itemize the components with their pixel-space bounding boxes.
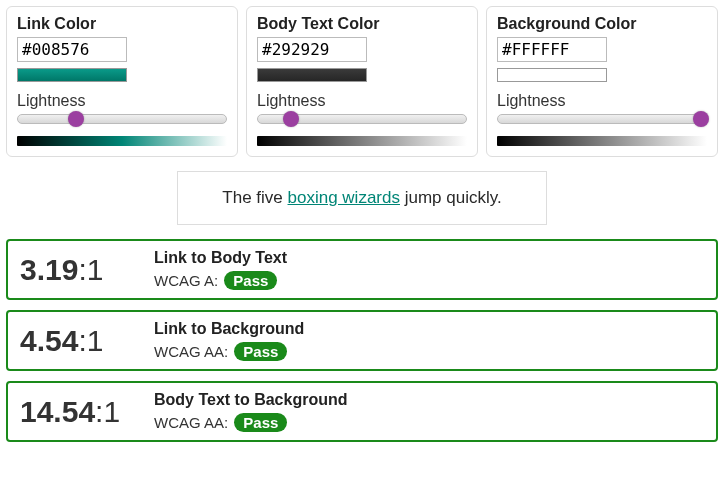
pass-badge: Pass bbox=[234, 413, 287, 432]
lightness-label: Lightness bbox=[257, 92, 467, 110]
sample-text-before: The five bbox=[222, 188, 287, 207]
result-level: WCAG A: Pass bbox=[154, 271, 287, 290]
link-lightness-slider[interactable] bbox=[17, 114, 227, 128]
background-color-swatch bbox=[497, 68, 607, 82]
result-title: Link to Background bbox=[154, 320, 304, 338]
body-text-lightness-gradient bbox=[257, 136, 467, 146]
body-text-color-panel: Body Text Color Lightness bbox=[246, 6, 478, 157]
slider-track bbox=[17, 114, 227, 124]
pass-badge: Pass bbox=[234, 342, 287, 361]
result-title: Body Text to Background bbox=[154, 391, 348, 409]
sample-text-after: jump quickly. bbox=[400, 188, 502, 207]
background-lightness-gradient bbox=[497, 136, 707, 146]
sample-row: The five boxing wizards jump quickly. bbox=[6, 171, 718, 225]
result-level: WCAG AA: Pass bbox=[154, 342, 304, 361]
slider-thumb[interactable] bbox=[283, 111, 299, 127]
result-link-body: 3.19:1 Link to Body Text WCAG A: Pass bbox=[6, 239, 718, 300]
result-title: Link to Body Text bbox=[154, 249, 287, 267]
body-text-lightness-slider[interactable] bbox=[257, 114, 467, 128]
lightness-label: Lightness bbox=[497, 92, 707, 110]
body-text-color-swatch bbox=[257, 68, 367, 82]
result-body-bg: 14.54:1 Body Text to Background WCAG AA:… bbox=[6, 381, 718, 442]
lightness-label: Lightness bbox=[17, 92, 227, 110]
slider-track bbox=[497, 114, 707, 124]
contrast-ratio: 4.54:1 bbox=[20, 324, 132, 358]
link-lightness-gradient bbox=[17, 136, 227, 146]
background-color-panel: Background Color Lightness bbox=[486, 6, 718, 157]
pass-badge: Pass bbox=[224, 271, 277, 290]
contrast-ratio: 14.54:1 bbox=[20, 395, 132, 429]
background-lightness-slider[interactable] bbox=[497, 114, 707, 128]
contrast-ratio: 3.19:1 bbox=[20, 253, 132, 287]
panel-title: Background Color bbox=[497, 15, 707, 33]
sample-sentence: The five boxing wizards jump quickly. bbox=[177, 171, 546, 225]
result-link-bg: 4.54:1 Link to Background WCAG AA: Pass bbox=[6, 310, 718, 371]
color-panels-row: Link Color Lightness Body Text Color Lig… bbox=[6, 6, 718, 157]
body-text-color-input[interactable] bbox=[257, 37, 367, 62]
link-color-panel: Link Color Lightness bbox=[6, 6, 238, 157]
result-level: WCAG AA: Pass bbox=[154, 413, 348, 432]
panel-title: Link Color bbox=[17, 15, 227, 33]
results-list: 3.19:1 Link to Body Text WCAG A: Pass 4.… bbox=[6, 239, 718, 442]
panel-title: Body Text Color bbox=[257, 15, 467, 33]
link-color-swatch bbox=[17, 68, 127, 82]
link-color-input[interactable] bbox=[17, 37, 127, 62]
slider-thumb[interactable] bbox=[68, 111, 84, 127]
sample-link[interactable]: boxing wizards bbox=[288, 188, 400, 207]
slider-thumb[interactable] bbox=[693, 111, 709, 127]
background-color-input[interactable] bbox=[497, 37, 607, 62]
